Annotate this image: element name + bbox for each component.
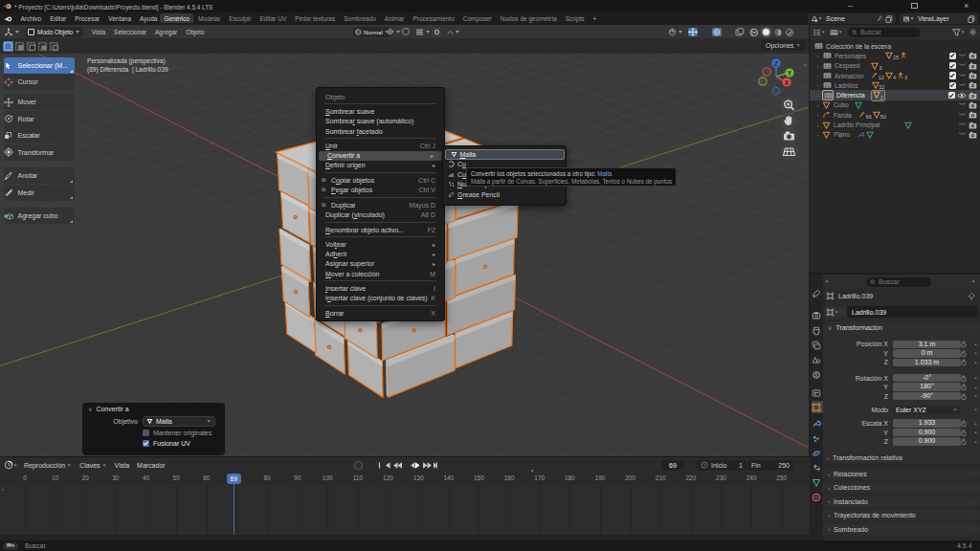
svg-text:Y: Y <box>788 70 792 77</box>
svg-text:Z: Z <box>774 60 778 67</box>
svg-text:X: X <box>785 79 790 86</box>
